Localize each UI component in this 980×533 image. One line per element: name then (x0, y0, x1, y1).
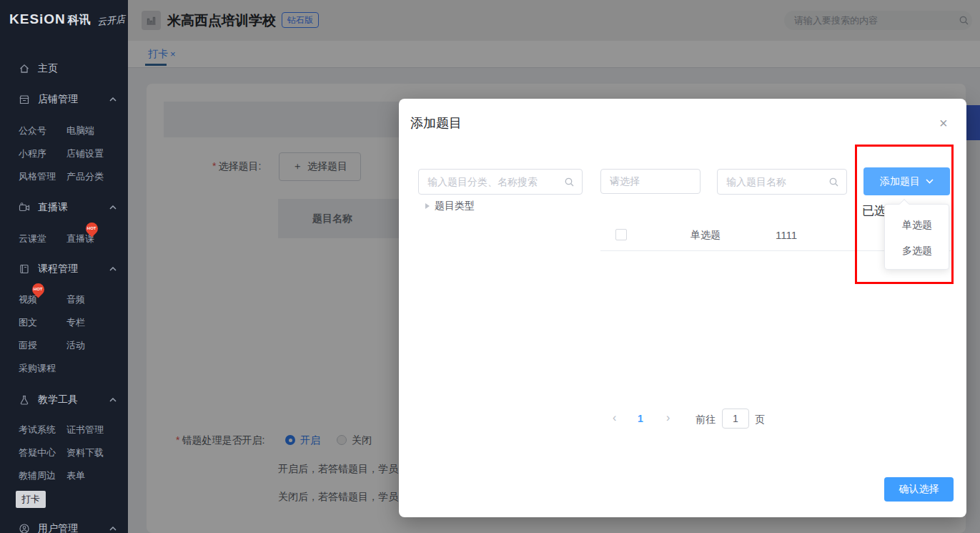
search-icon[interactable] (828, 177, 839, 187)
teaching-tools-icon (19, 394, 30, 406)
chevron-up-icon (109, 267, 117, 271)
sidebar-group-course[interactable]: 课程管理 (0, 263, 128, 277)
modal-title: 添加题目 (410, 114, 462, 132)
confirm-select-button[interactable]: 确认选择 (884, 477, 954, 502)
sidebar-subitem-active[interactable]: 打卡 (16, 491, 46, 508)
sidebar-subitem[interactable]: 表单 (66, 469, 85, 482)
pagination-goto-input[interactable] (723, 409, 748, 428)
sidebar-group-store[interactable]: 店铺管理 (0, 93, 128, 107)
user-icon (19, 523, 30, 533)
sidebar-item-home[interactable]: 主页 (0, 62, 128, 77)
brand-logo-script: 云开店 (96, 13, 126, 29)
sidebar-subrow: 小程序 店铺设置 (0, 147, 128, 162)
brand-logo: KESiON 科讯 云开店 (9, 11, 125, 28)
sidebar-subitem[interactable]: 音频 (66, 293, 85, 306)
sidebar-subitem[interactable]: 云课堂 (19, 233, 46, 245)
sidebar-subitem[interactable]: 考试系统 (19, 424, 56, 436)
brand-logo-text: KESiON (9, 11, 66, 27)
sidebar-subitem[interactable]: 视频 (19, 293, 37, 306)
annotation-rect (855, 145, 954, 284)
sidebar-subitem[interactable]: 图文 (19, 316, 37, 329)
live-camera-icon (19, 202, 30, 213)
name-search-field (717, 169, 847, 195)
sidebar-group-live[interactable]: 直播课 (0, 201, 128, 215)
category-search-field (418, 169, 583, 195)
sidebar-subitem[interactable]: 活动 (66, 339, 85, 352)
sidebar-subitem[interactable]: 电脑端 (66, 124, 94, 137)
brand-logo-suffix: 科讯 (68, 13, 91, 28)
sidebar-item-label: 主页 (38, 62, 58, 75)
category-search-input[interactable] (427, 170, 556, 194)
sidebar-subitem[interactable]: 公众号 (19, 124, 46, 137)
chevron-down-icon (610, 180, 692, 185)
row-checkbox[interactable] (615, 229, 627, 240)
sidebar-subrow: 打卡 (0, 494, 128, 508)
chevron-up-icon (109, 398, 117, 402)
chevron-up-icon (109, 97, 117, 102)
name-search-input[interactable] (726, 170, 823, 194)
pagination-prev[interactable]: ‹ (613, 411, 616, 424)
sidebar-subrow: 风格管理 产品分类 (0, 170, 128, 185)
sidebar-subitem[interactable]: 证书管理 (66, 424, 104, 436)
pagination-next[interactable]: › (666, 411, 670, 424)
caret-right-icon[interactable] (425, 203, 430, 209)
sidebar-subitem[interactable]: 专栏 (66, 316, 85, 329)
course-book-icon (19, 263, 30, 275)
sidebar-subrow: 云课堂 直播课 (0, 233, 128, 247)
sidebar-group-users[interactable]: 用户管理 (0, 522, 128, 533)
sidebar-subrow: 视频 音频 (0, 293, 128, 308)
sidebar-subrow: 面授 活动 (0, 339, 128, 353)
sidebar-subitem[interactable]: 面授 (19, 339, 37, 352)
sidebar-group-label: 教学工具 (38, 393, 78, 406)
sidebar-subitem[interactable]: 采购课程 (19, 362, 56, 375)
home-icon (19, 63, 30, 74)
sidebar-subrow: 答疑中心 资料下载 (0, 446, 128, 461)
pagination-page-1[interactable]: 1 (638, 413, 643, 424)
sidebar-subitem[interactable]: 教辅周边 (19, 469, 56, 482)
sidebar-group-label: 课程管理 (38, 263, 78, 275)
app-root: KESiON 科讯 云开店 主页 店铺管理 公众号 电脑端 小程序 店铺设置 (0, 0, 980, 533)
sidebar-subrow: 采购课程 (0, 362, 128, 376)
sidebar-subitem[interactable]: 小程序 (19, 147, 46, 160)
type-select[interactable]: 请选择 (600, 169, 701, 194)
chevron-up-icon (109, 205, 117, 210)
row-question-name: 1111 (776, 229, 797, 241)
chevron-up-icon (109, 527, 117, 531)
sidebar-subitem[interactable]: 答疑中心 (19, 446, 56, 459)
sidebar-subitem[interactable]: 店铺设置 (66, 147, 104, 160)
tree-node-question-type[interactable]: 题目类型 (435, 200, 475, 212)
sidebar-subrow: 公众号 电脑端 (0, 124, 128, 139)
pagination-unit-label: 页 (755, 414, 765, 426)
sidebar-group-label: 直播课 (38, 201, 68, 214)
store-icon (19, 94, 30, 105)
close-icon[interactable]: × (939, 116, 948, 130)
sidebar-subrow: 考试系统 证书管理 (0, 424, 128, 438)
search-icon[interactable] (564, 177, 575, 187)
sidebar-subrow: 教辅周边 表单 (0, 469, 128, 484)
row-question-type: 单选题 (691, 229, 721, 242)
pagination-goto-box (722, 409, 749, 429)
sidebar-group-label: 用户管理 (38, 522, 78, 533)
sidebar: KESiON 科讯 云开店 主页 店铺管理 公众号 电脑端 小程序 店铺设置 (0, 0, 128, 533)
sidebar-group-tools[interactable]: 教学工具 (0, 393, 128, 408)
sidebar-subitem[interactable]: 风格管理 (19, 170, 56, 183)
sidebar-subitem[interactable]: 产品分类 (66, 170, 104, 183)
sidebar-group-label: 店铺管理 (38, 93, 78, 106)
sidebar-subrow: 图文 专栏 (0, 316, 128, 331)
sidebar-subitem[interactable]: 资料下载 (66, 446, 104, 459)
pagination-goto-label: 前往 (696, 414, 716, 426)
